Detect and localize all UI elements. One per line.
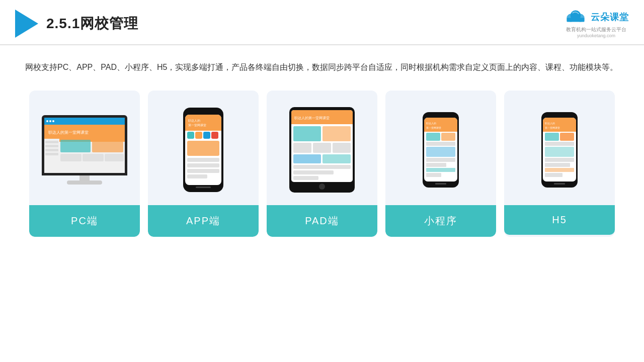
- card-image-h5: 职达人的 第一堂网课堂: [509, 100, 610, 200]
- description-text: 网校支持PC、APP、PAD、小程序、H5，实现多端打通，产品各终端自由切换，数…: [25, 59, 619, 75]
- tablet-mockup: 职达人的第一堂网课堂: [289, 107, 355, 193]
- card-pc: 职达人的第一堂网课堂: [29, 90, 140, 237]
- svg-rect-40: [424, 118, 457, 132]
- card-h5: 职达人的 第一堂网课堂: [504, 90, 615, 237]
- svg-rect-51: [543, 118, 576, 132]
- svg-rect-15: [105, 154, 124, 161]
- svg-rect-38: [293, 170, 334, 174]
- svg-text:第一堂网课堂: 第一堂网课堂: [426, 126, 441, 129]
- svg-rect-27: [187, 174, 207, 178]
- page-title: 2.5.1网校管理: [46, 14, 138, 33]
- svg-rect-21: [203, 132, 210, 139]
- svg-rect-34: [333, 143, 351, 153]
- svg-rect-16: [185, 115, 221, 131]
- svg-rect-56: [545, 142, 574, 146]
- card-image-pc: 职达人的第一堂网课堂: [34, 100, 135, 200]
- card-image-app: 职达人的 第一堂网课堂: [153, 100, 254, 200]
- card-label-pc: PC端: [29, 205, 140, 237]
- svg-rect-10: [45, 153, 58, 155]
- svg-text:第一堂网课堂: 第一堂网课堂: [545, 126, 560, 129]
- svg-rect-14: [83, 154, 104, 161]
- brand-url: yunduoketang.com: [577, 33, 615, 38]
- svg-rect-8: [45, 145, 58, 147]
- svg-rect-7: [45, 141, 58, 143]
- svg-rect-9: [45, 149, 58, 151]
- svg-rect-37: [293, 165, 351, 169]
- svg-rect-39: [293, 176, 318, 180]
- svg-rect-23: [187, 141, 219, 156]
- svg-text:职达人的第一堂网课堂: 职达人的第一堂网课堂: [294, 116, 330, 120]
- header: 2.5.1网校管理 云朵课堂 教育机构一站式服务云平台 yunduoketang…: [0, 0, 644, 45]
- svg-rect-20: [195, 132, 202, 139]
- svg-rect-22: [211, 132, 218, 139]
- svg-rect-45: [426, 142, 455, 146]
- cloud-icon: [564, 9, 588, 25]
- svg-rect-12: [92, 140, 123, 152]
- svg-rect-50: [426, 173, 441, 177]
- svg-rect-47: [426, 158, 455, 162]
- header-left: 2.5.1网校管理: [15, 10, 138, 38]
- svg-rect-60: [545, 168, 574, 172]
- svg-text:第一堂网课堂: 第一堂网课堂: [188, 124, 206, 127]
- svg-rect-54: [545, 133, 559, 141]
- svg-rect-31: [323, 126, 351, 141]
- header-right: 云朵课堂 教育机构一站式服务云平台 yunduoketang.com: [564, 9, 629, 38]
- svg-rect-19: [187, 132, 194, 139]
- phone-mini-mockup-miniprogram: 职达人的 第一堂网课堂: [423, 112, 459, 188]
- svg-text:职达人的: 职达人的: [545, 122, 555, 125]
- svg-rect-49: [426, 168, 455, 172]
- main-content: 网校支持PC、APP、PAD、小程序、H5，实现多端打通，产品各终端自由切换，数…: [0, 45, 644, 247]
- svg-rect-43: [426, 133, 440, 141]
- svg-rect-32: [293, 143, 311, 153]
- card-label-h5: H5: [504, 205, 615, 235]
- svg-rect-36: [323, 154, 351, 163]
- svg-rect-26: [187, 169, 219, 173]
- svg-rect-61: [545, 173, 562, 177]
- svg-rect-3: [567, 18, 584, 22]
- svg-rect-24: [187, 158, 219, 162]
- svg-text:职达人的第一堂网课堂: 职达人的第一堂网课堂: [48, 130, 89, 135]
- card-label-pad: PAD端: [267, 205, 377, 237]
- pc-mockup: 职达人的第一堂网课堂: [42, 115, 127, 185]
- phone-mini-mockup-h5: 职达人的 第一堂网课堂: [541, 112, 578, 188]
- phone-mockup-app: 职达人的 第一堂网课堂: [183, 108, 223, 192]
- card-image-miniprogram: 职达人的 第一堂网课堂: [390, 100, 491, 200]
- card-label-miniprogram: 小程序: [385, 205, 496, 237]
- svg-text:职达人的: 职达人的: [188, 119, 200, 122]
- brand-tagline: 教育机构一站式服务云平台: [566, 26, 626, 33]
- card-app: 职达人的 第一堂网课堂: [148, 90, 259, 237]
- svg-rect-13: [60, 154, 82, 161]
- svg-rect-58: [545, 158, 574, 162]
- card-image-pad: 职达人的第一堂网课堂: [272, 100, 372, 200]
- svg-rect-46: [426, 147, 455, 157]
- card-label-app: APP端: [148, 205, 259, 237]
- svg-rect-55: [560, 133, 574, 141]
- svg-rect-11: [60, 140, 91, 152]
- svg-rect-59: [545, 163, 570, 167]
- svg-rect-35: [293, 154, 321, 163]
- svg-text:职达人的: 职达人的: [426, 122, 436, 125]
- brand-name: 云朵课堂: [591, 11, 629, 23]
- svg-rect-33: [313, 143, 331, 153]
- svg-rect-25: [187, 163, 219, 167]
- svg-rect-48: [426, 163, 446, 167]
- brand-logo: 云朵课堂: [564, 9, 629, 25]
- card-miniprogram: 职达人的 第一堂网课堂: [385, 90, 496, 237]
- logo-icon: [15, 10, 38, 38]
- svg-rect-30: [293, 126, 321, 141]
- platform-cards: 职达人的第一堂网课堂: [25, 90, 619, 237]
- svg-rect-57: [545, 147, 574, 157]
- card-pad: 职达人的第一堂网课堂: [267, 90, 377, 237]
- svg-rect-44: [441, 133, 455, 141]
